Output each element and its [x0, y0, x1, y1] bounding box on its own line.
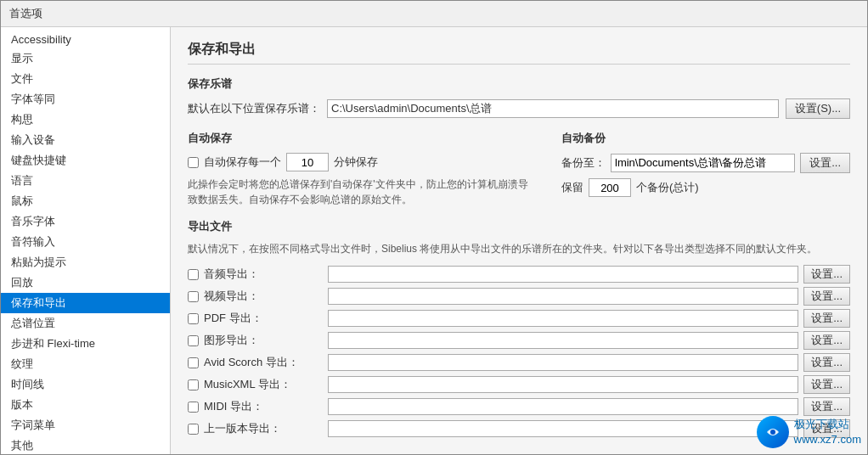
export-label-5: MusicXML 导出： — [204, 377, 323, 392]
export-checkbox-2[interactable] — [188, 313, 199, 324]
sidebar-item-8[interactable]: 鼠标 — [1, 191, 170, 211]
autosave-interval-input[interactable] — [286, 153, 329, 171]
export-path-input-6[interactable] — [328, 398, 798, 415]
export-rows-container: 音频导出：设置...视频导出：设置...PDF 导出：设置...图形导出：设置.… — [188, 265, 850, 438]
autosave-unit: 分钟保存 — [334, 154, 378, 170]
export-label-2: PDF 导出： — [204, 311, 323, 326]
window-title: 首选项 — [9, 7, 42, 20]
sidebar-item-16[interactable]: 纹理 — [1, 354, 170, 374]
sidebar-item-18[interactable]: 版本 — [1, 395, 170, 415]
export-label-3: 图形导出： — [204, 333, 323, 348]
export-row-4: Avid Scorch 导出：设置... — [188, 353, 850, 372]
autobackup-title: 自动备份 — [561, 131, 850, 146]
export-set-button-1[interactable]: 设置... — [803, 287, 850, 306]
sidebar-item-1[interactable]: 显示 — [1, 48, 170, 69]
export-label-6: MIDI 导出： — [204, 399, 323, 414]
export-path-input-4[interactable] — [328, 354, 798, 371]
export-label-0: 音频导出： — [204, 267, 323, 282]
sidebar-item-7[interactable]: 语言 — [1, 171, 170, 191]
export-path-input-5[interactable] — [328, 376, 798, 393]
export-path-input-1[interactable] — [328, 288, 798, 305]
autosave-checkbox-label: 自动保存每一个 — [204, 154, 281, 170]
window-titlebar: 首选项 — [1, 1, 867, 27]
sidebar-item-13[interactable]: 保存和导出 — [1, 293, 170, 313]
backup-keep-unit: 个备份(总计) — [636, 180, 699, 195]
export-set-button-3[interactable]: 设置... — [803, 331, 850, 350]
save-score-title: 保存乐谱 — [188, 76, 850, 92]
export-path-input-3[interactable] — [328, 332, 798, 349]
export-checkbox-0[interactable] — [188, 269, 199, 280]
export-row-2: PDF 导出：设置... — [188, 309, 850, 328]
export-set-button-4[interactable]: 设置... — [803, 353, 850, 372]
sidebar-item-4[interactable]: 构思 — [1, 110, 170, 130]
sidebar-item-5[interactable]: 输入设备 — [1, 130, 170, 150]
export-checkbox-3[interactable] — [188, 335, 199, 346]
sidebar-item-12[interactable]: 回放 — [1, 272, 170, 293]
autosave-note: 此操作会定时将您的总谱保存到'自动保存'文件夹中，防止您的计算机崩溃导致数据丢失… — [188, 177, 536, 207]
sidebar-item-6[interactable]: 键盘快捷键 — [1, 150, 170, 171]
export-label-4: Avid Scorch 导出： — [204, 355, 323, 370]
sidebar-item-9[interactable]: 音乐字体 — [1, 211, 170, 232]
sidebar-item-3[interactable]: 字体等同 — [1, 89, 170, 110]
backup-path-input[interactable] — [611, 154, 795, 172]
backup-to-label: 备份至： — [561, 155, 606, 171]
export-row-0: 音频导出：设置... — [188, 265, 850, 284]
export-title: 导出文件 — [188, 219, 850, 234]
save-path-input[interactable] — [327, 99, 779, 118]
export-row-5: MusicXML 导出：设置... — [188, 375, 850, 394]
sidebar-item-19[interactable]: 字词菜单 — [1, 415, 170, 435]
export-set-button-6[interactable]: 设置... — [803, 397, 850, 416]
sidebar-item-11[interactable]: 粘贴为提示 — [1, 252, 170, 272]
sidebar-item-2[interactable]: 文件 — [1, 69, 170, 89]
export-row-7: 上一版本导出：设置... — [188, 419, 850, 438]
sidebar: Accessibility显示文件字体等同构思输入设备键盘快捷键语言鼠标音乐字体… — [1, 27, 171, 454]
svg-point-0 — [770, 430, 775, 435]
save-path-set-button[interactable]: 设置(S)... — [786, 98, 850, 119]
sidebar-item-14[interactable]: 总谱位置 — [1, 313, 170, 334]
watermark-name: 极光下载站 — [794, 417, 861, 432]
autosave-title: 自动保存 — [188, 131, 536, 146]
export-row-6: MIDI 导出：设置... — [188, 397, 850, 416]
export-set-button-0[interactable]: 设置... — [803, 265, 850, 284]
backup-keep-label: 保留 — [561, 180, 583, 195]
sidebar-item-0[interactable]: Accessibility — [1, 31, 170, 48]
sidebar-item-17[interactable]: 时间线 — [1, 374, 170, 395]
export-row-3: 图形导出：设置... — [188, 331, 850, 350]
export-row-1: 视频导出：设置... — [188, 287, 850, 306]
main-panel: 保存和导出 保存乐谱 默认在以下位置保存乐谱： 设置(S)... 自动保存 自动… — [171, 27, 867, 454]
backup-keep-input[interactable] — [589, 178, 631, 197]
page-title: 保存和导出 — [188, 41, 850, 65]
export-set-button-2[interactable]: 设置... — [803, 309, 850, 328]
export-path-input-7[interactable] — [328, 420, 798, 437]
watermark-text: 极光下载站 www.xz7.com — [794, 417, 861, 447]
default-path-label: 默认在以下位置保存乐谱： — [188, 101, 320, 116]
export-desc: 默认情况下，在按照不同格式导出文件时，Sibelius 将使用从中导出文件的乐谱… — [188, 241, 850, 256]
export-checkbox-4[interactable] — [188, 357, 199, 368]
export-label-7: 上一版本导出： — [204, 421, 323, 436]
export-checkbox-7[interactable] — [188, 424, 199, 435]
sidebar-item-10[interactable]: 音符输入 — [1, 232, 170, 252]
watermark-site: www.xz7.com — [794, 432, 861, 447]
export-set-button-5[interactable]: 设置... — [803, 375, 850, 394]
sidebar-item-15[interactable]: 步进和 Flexi-time — [1, 334, 170, 354]
export-label-1: 视频导出： — [204, 289, 323, 304]
export-path-input-0[interactable] — [328, 266, 798, 283]
export-path-input-2[interactable] — [328, 310, 798, 327]
export-checkbox-1[interactable] — [188, 291, 199, 302]
autosave-checkbox[interactable] — [188, 157, 199, 168]
export-checkbox-5[interactable] — [188, 379, 199, 390]
sidebar-item-20[interactable]: 其他 — [1, 435, 170, 454]
export-checkbox-6[interactable] — [188, 402, 199, 413]
watermark-logo — [757, 416, 789, 448]
backup-set-button[interactable]: 设置... — [800, 153, 850, 173]
